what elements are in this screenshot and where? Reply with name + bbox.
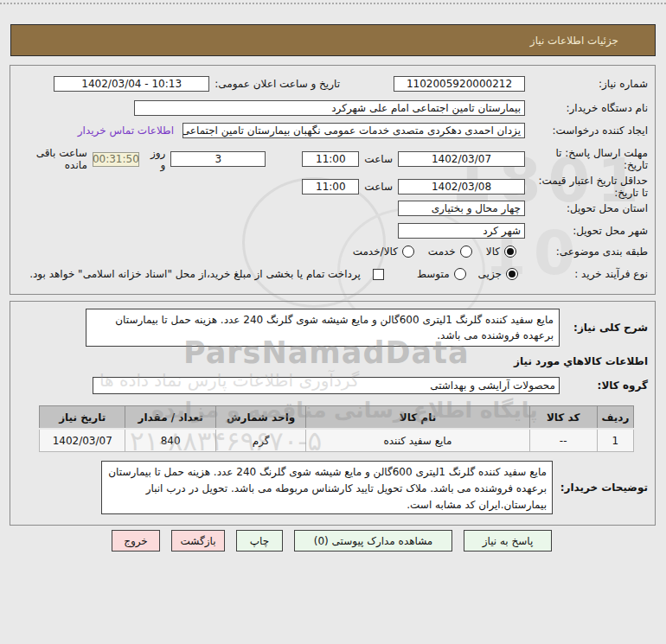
title-bar: جزئیات اطلاعات نیاز <box>10 24 656 56</box>
hours-remaining-label: ساعت باقی مانده <box>17 147 87 171</box>
class-option-goods: کالا <box>486 245 516 258</box>
cell-count-unit: گرم <box>215 429 305 452</box>
buyer-org-input[interactable]: بیمارستان تامین اجتماعی امام علی شهرکرد <box>134 100 525 116</box>
class-option-service: خدمت <box>428 245 472 258</box>
process-option-medium-label: متوسط <box>417 268 450 280</box>
buyer-org-row: نام دستگاه خریدار: بیمارستان تامین اجتما… <box>17 100 648 116</box>
respond-to-need-button[interactable]: پاسخ به نیاز <box>464 530 552 552</box>
cell-goods-name: مایع سفید کننده <box>306 429 529 452</box>
request-creator-row: ایجاد کننده درخواست: یزدان احمدی دهکردی … <box>17 123 648 138</box>
response-deadline-row: مهلت ارسال پاسخ: تا تاریخ: 1402/03/07 سا… <box>17 147 648 171</box>
delivery-province-input[interactable]: چهار محال و بختیاری <box>398 201 525 216</box>
cell-goods-code: -- <box>529 429 597 452</box>
goods-info-panel: شرح کلی نیاز: مایع سفید کننده گلرنگ 1لیت… <box>10 301 656 526</box>
request-creator-label: ایجاد کننده درخواست: <box>530 124 648 137</box>
need-info-panel: شماره نیاز: 1102005920000212 تاریخ و ساع… <box>10 65 656 295</box>
goods-section-header: اطلاعات کالاهاي مورد نیاز <box>514 355 648 367</box>
deadline-hour-label: ساعت <box>364 153 393 165</box>
back-button[interactable]: بازگشت <box>171 530 225 552</box>
col-need-date: تاریخ نیاز <box>40 406 125 430</box>
radio-medium-icon[interactable] <box>454 268 466 280</box>
process-option-minor: جزیی <box>478 268 518 280</box>
radio-service-icon[interactable] <box>460 245 472 258</box>
price-validity-label: حداقل تاریخ اعتبار قیمت: تا تاریخ: <box>530 175 648 199</box>
goods-group-label: گروه کالا: <box>565 379 648 392</box>
class-option-goods-service: کالا/خدمت <box>353 245 414 258</box>
need-details-page: 1801 10 جزئیات اطلاعات نیاز شماره نیاز: … <box>0 0 666 644</box>
goods-table: ردیف کد کالا نام کالا واحد شمارش تعداد /… <box>39 405 634 452</box>
table-row: 1 -- مایع سفید کننده گرم 840 1402/03/07 <box>40 429 634 452</box>
need-summary-row: شرح کلی نیاز: مایع سفید کننده گلرنگ 1لیت… <box>86 309 648 347</box>
subject-classification-row: طبقه بندی موضوعی: کالا خدمت کالا/خدمت <box>17 245 648 258</box>
delivery-city-label: شهر محل تحویل: <box>530 225 648 237</box>
buyer-notes-row: توضیحات خریدار: مایع سفید کننده گلرنگ 1ل… <box>101 461 648 514</box>
buyer-notes-label: توضیحات خریدار: <box>558 481 648 494</box>
days-remaining-input[interactable]: 3 <box>170 151 266 167</box>
class-option-goods-service-label: کالا/خدمت <box>353 245 398 258</box>
class-option-goods-label: کالا <box>486 245 500 258</box>
goods-section-title: اطلاعات کالاهاي مورد نیاز <box>514 355 648 367</box>
buyer-notes-textarea[interactable]: مایع سفید کننده گلرنگ 1لیتری 600گالن و م… <box>101 461 553 514</box>
validity-date-input[interactable]: 1402/03/08 <box>398 179 525 194</box>
cell-row-number: 1 <box>597 429 633 452</box>
class-option-service-label: خدمت <box>428 245 456 258</box>
radio-goods-icon[interactable] <box>504 245 516 258</box>
print-button[interactable]: چاپ <box>236 530 283 552</box>
purchase-process-label: نوع فرآیند خرید : <box>530 268 648 280</box>
need-summary-label: شرح کلی نیاز: <box>565 322 648 334</box>
action-buttons: پاسخ به نیاز مشاهده مدارک پیوستی (0) چاپ… <box>112 530 552 552</box>
need-summary-textarea[interactable]: مایع سفید کننده گلرنگ 1لیتری 600گالن و م… <box>86 309 560 347</box>
col-goods-code: کد کالا <box>529 406 597 430</box>
response-deadline-label: مهلت ارسال پاسخ: تا تاریخ: <box>530 147 648 171</box>
buyer-contact-link[interactable]: اطلاعات تماس خریدار <box>78 124 174 137</box>
need-number-row: شماره نیاز: 1102005920000212 تاریخ و ساع… <box>17 76 648 92</box>
need-number-label: شماره نیاز: <box>530 78 648 90</box>
deadline-date-input[interactable]: 1402/03/07 <box>398 151 525 167</box>
goods-table-header-row: ردیف کد کالا نام کالا واحد شمارش تعداد /… <box>40 406 634 430</box>
process-option-medium: متوسط <box>417 268 466 280</box>
need-number-input[interactable]: 1102005920000212 <box>394 76 525 92</box>
col-row-number: ردیف <box>597 406 633 430</box>
col-goods-name: نام کالا <box>306 406 529 430</box>
buyer-org-label: نام دستگاه خریدار: <box>530 102 648 114</box>
countdown-timer: 00:31:50 <box>93 152 139 167</box>
radio-goods-service-icon[interactable] <box>402 245 414 258</box>
purchase-process-row: نوع فرآیند خرید : جزیی متوسط پرداخت تمام… <box>17 268 648 280</box>
delivery-city-row: شهر محل تحویل: شهر کرد <box>17 223 648 239</box>
radio-minor-icon[interactable] <box>506 268 518 280</box>
request-creator-input[interactable]: یزدان احمدی دهکردی متصدی خدمات عمومی نگه… <box>183 123 525 138</box>
validity-time-input[interactable]: 11:00 <box>302 179 359 194</box>
page-title: جزئیات اطلاعات نیاز <box>530 35 618 47</box>
treasury-note: پرداخت تمام یا بخشی از مبلغ خرید،از محل … <box>29 268 361 280</box>
price-validity-row: حداقل تاریخ اعتبار قیمت: تا تاریخ: 1402/… <box>17 175 648 199</box>
announce-datetime-input[interactable]: 1402/03/04 - 10:13 <box>54 76 209 92</box>
cell-quantity: 840 <box>125 429 215 452</box>
goods-group-row: گروه کالا: محصولات آرایشی و بهداشتی <box>93 377 648 394</box>
announce-datetime-label: تاریخ و ساعت اعلان عمومی: <box>215 78 340 90</box>
delivery-city-input[interactable]: شهر کرد <box>398 223 525 239</box>
process-option-minor-label: جزیی <box>478 268 502 280</box>
col-quantity: تعداد / مقدار <box>125 406 215 430</box>
delivery-province-label: استان محل تحویل: <box>530 202 648 214</box>
goods-group-input[interactable]: محصولات آرایشی و بهداشتی <box>93 377 560 394</box>
delivery-province-row: استان محل تحویل: چهار محال و بختیاری <box>17 201 648 216</box>
exit-button[interactable]: خروج <box>112 530 160 552</box>
subject-classification-label: طبقه بندی موضوعی: <box>530 245 648 258</box>
top-dotted-divider <box>0 3 666 4</box>
validity-hour-label: ساعت <box>364 181 393 193</box>
view-attachments-button[interactable]: مشاهده مدارک پیوستی (0) <box>294 530 452 552</box>
treasury-checkbox[interactable] <box>373 269 384 280</box>
deadline-time-input[interactable]: 11:00 <box>302 151 359 167</box>
col-count-unit: واحد شمارش <box>215 406 305 430</box>
days-and-label: روز و <box>144 147 166 171</box>
goods-table-wrap: ردیف کد کالا نام کالا واحد شمارش تعداد /… <box>39 405 634 452</box>
cell-need-date: 1402/03/07 <box>40 429 125 452</box>
